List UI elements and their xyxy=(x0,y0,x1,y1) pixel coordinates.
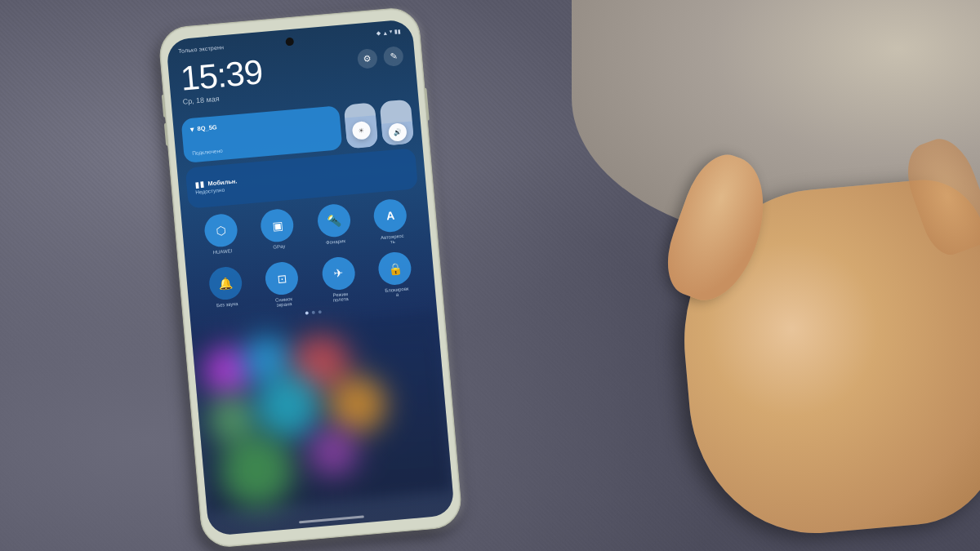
volume-slider[interactable]: 🔊 xyxy=(380,99,415,145)
screenshot-item[interactable]: ⊡ Снимокэкрана xyxy=(265,260,301,308)
screenshot-label: Снимокэкрана xyxy=(275,296,293,308)
silent-label: Без звука xyxy=(216,301,238,308)
bluetooth-icon: ⬡ xyxy=(216,224,226,238)
gpay-icon: ▣ xyxy=(271,219,283,233)
lock-label: Блокировка xyxy=(385,287,409,299)
wifi-icon: ▾ xyxy=(390,29,394,35)
autobrightness-icon: A xyxy=(385,209,394,223)
quick-settings-panel: ▾ 8Q_5G Подключено ☀ 🔊 xyxy=(180,99,428,324)
wifi-tile-label: 8Q_5G xyxy=(197,123,217,132)
bluetooth-circle[interactable]: ⬡ xyxy=(203,213,238,248)
screenshot-icon: ⊡ xyxy=(277,272,287,286)
lock-circle[interactable]: 🔒 xyxy=(377,251,412,286)
gpay-item[interactable]: ▣ GPay xyxy=(260,208,296,256)
flashlight-circle[interactable]: 🔦 xyxy=(316,203,351,238)
location-icon: ▲ xyxy=(382,29,389,36)
autobrightness-circle[interactable]: A xyxy=(372,198,408,233)
dot-1 xyxy=(305,311,309,314)
silent-circle[interactable]: 🔔 xyxy=(207,265,243,300)
home-indicator xyxy=(299,515,364,523)
flashlight-icon: 🔦 xyxy=(327,214,341,228)
gpay-label: GPay xyxy=(273,244,285,250)
airplane-circle[interactable]: ✈ xyxy=(321,256,356,291)
dot-2 xyxy=(312,311,315,314)
app-icons-area xyxy=(191,312,452,512)
airplane-label: Режимполета xyxy=(332,291,349,303)
flashlight-label: Фонарик xyxy=(326,238,345,245)
autobrightness-item[interactable]: A Автояркость xyxy=(372,198,409,246)
screenshot-circle[interactable]: ⊡ xyxy=(265,260,300,295)
airplane-icon: ✈ xyxy=(333,266,344,280)
bluetooth-item[interactable]: ⬡ HUAWEI xyxy=(203,213,240,260)
dot-3 xyxy=(318,310,322,313)
battery-icon: ▮▮ xyxy=(394,28,402,35)
silent-icon: 🔔 xyxy=(218,276,233,290)
wifi-tile-icon: ▾ xyxy=(189,125,194,134)
gpay-circle[interactable]: ▣ xyxy=(260,208,295,243)
phone-device: Только экстренн ◆ ▲ ▾ ▮▮ 15:39 Ср, 18 ма… xyxy=(158,6,464,549)
blob-8 xyxy=(306,425,359,478)
lock-item[interactable]: 🔒 Блокировка xyxy=(377,251,414,298)
wifi-tile-sublabel: Подключено xyxy=(192,138,334,156)
lock-icon: 🔒 xyxy=(388,261,403,275)
silent-item[interactable]: 🔔 Без звука xyxy=(207,265,244,313)
hand-overlay xyxy=(629,122,980,551)
airplane-item[interactable]: ✈ Режимполета xyxy=(321,256,358,303)
status-emergency-text: Только экстренн xyxy=(178,44,225,54)
nfc-icon: ◆ xyxy=(376,29,381,36)
bluetooth-label: HUAWEI xyxy=(212,248,232,255)
wifi-tile[interactable]: ▾ 8Q_5G Подключено xyxy=(180,105,342,163)
brightness-slider[interactable]: ☀ xyxy=(344,102,379,149)
autobrightness-label: Автояркость xyxy=(381,233,405,245)
phone-screen: Только экстренн ◆ ▲ ▾ ▮▮ 15:39 Ср, 18 ма… xyxy=(166,19,455,536)
phone-body: Только экстренн ◆ ▲ ▾ ▮▮ 15:39 Ср, 18 ма… xyxy=(158,6,464,549)
flashlight-item[interactable]: 🔦 Фонарик xyxy=(316,203,353,251)
status-icons: ◆ ▲ ▾ ▮▮ xyxy=(376,28,402,37)
